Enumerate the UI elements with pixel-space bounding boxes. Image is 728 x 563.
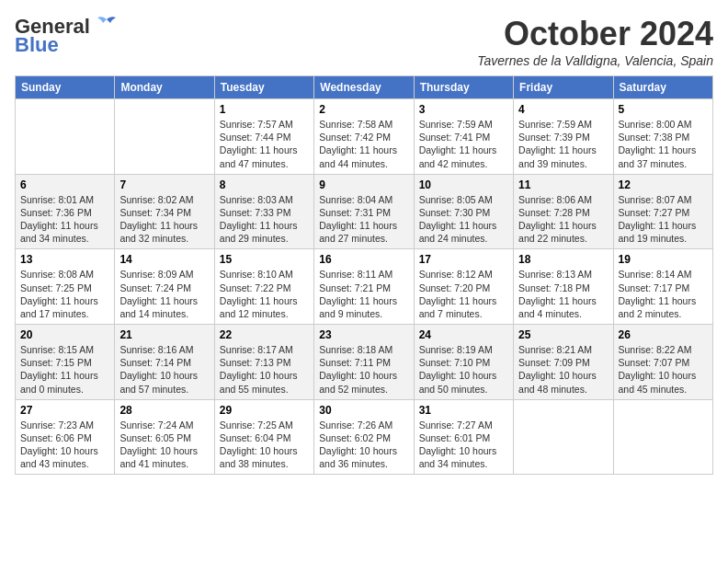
calendar-cell: 1Sunrise: 7:57 AMSunset: 7:44 PMDaylight…: [214, 99, 313, 175]
calendar-cell: 8Sunrise: 8:03 AMSunset: 7:33 PMDaylight…: [214, 174, 313, 249]
day-info: Sunrise: 7:24 AMSunset: 6:05 PMDaylight:…: [119, 419, 209, 471]
calendar-cell: 7Sunrise: 8:02 AMSunset: 7:34 PMDaylight…: [115, 174, 214, 249]
calendar-cell: 23Sunrise: 8:18 AMSunset: 7:11 PMDayligh…: [314, 325, 414, 400]
calendar-cell: 26Sunrise: 8:22 AMSunset: 7:07 PMDayligh…: [613, 325, 712, 400]
day-number: 13: [20, 253, 109, 266]
day-number: 18: [518, 253, 608, 266]
calendar-cell: 20Sunrise: 8:15 AMSunset: 7:15 PMDayligh…: [16, 325, 115, 400]
calendar-cell: 29Sunrise: 7:25 AMSunset: 6:04 PMDayligh…: [214, 399, 313, 475]
day-info: Sunrise: 8:01 AMSunset: 7:36 PMDaylight:…: [20, 193, 109, 246]
day-number: 26: [619, 328, 708, 341]
calendar-day-header: Thursday: [414, 76, 513, 99]
day-number: 2: [319, 103, 408, 116]
calendar-cell: 25Sunrise: 8:21 AMSunset: 7:09 PMDayligh…: [514, 325, 613, 400]
day-number: 1: [220, 103, 309, 116]
day-info: Sunrise: 8:09 AMSunset: 7:24 PMDaylight:…: [119, 268, 209, 320]
calendar-cell: [613, 399, 712, 475]
day-info: Sunrise: 8:12 AMSunset: 7:20 PMDaylight:…: [419, 268, 508, 320]
calendar-day-header: Wednesday: [314, 76, 414, 99]
logo-blue-text: Blue: [15, 33, 59, 57]
day-number: 15: [220, 253, 309, 266]
day-info: Sunrise: 8:07 AMSunset: 7:27 PMDaylight:…: [619, 193, 708, 246]
day-info: Sunrise: 8:15 AMSunset: 7:15 PMDaylight:…: [20, 343, 109, 396]
day-number: 3: [419, 103, 508, 116]
day-number: 14: [119, 253, 209, 266]
month-title: October 2024: [477, 15, 713, 53]
logo-bird-icon: [94, 16, 119, 34]
day-number: 16: [319, 253, 408, 266]
day-number: 29: [220, 404, 309, 417]
calendar-cell: 9Sunrise: 8:04 AMSunset: 7:31 PMDaylight…: [314, 174, 414, 249]
day-info: Sunrise: 8:06 AMSunset: 7:28 PMDaylight:…: [518, 193, 608, 246]
day-number: 21: [119, 328, 209, 341]
calendar-day-header: Sunday: [16, 76, 115, 99]
day-info: Sunrise: 8:02 AMSunset: 7:34 PMDaylight:…: [119, 193, 209, 246]
day-number: 22: [220, 328, 309, 341]
location-subtitle: Tavernes de la Valldigna, Valencia, Spai…: [477, 53, 713, 68]
day-number: 5: [619, 103, 708, 116]
calendar-cell: 13Sunrise: 8:08 AMSunset: 7:25 PMDayligh…: [16, 249, 115, 325]
calendar-week-row: 1Sunrise: 7:57 AMSunset: 7:44 PMDaylight…: [16, 99, 713, 175]
day-info: Sunrise: 7:57 AMSunset: 7:44 PMDaylight:…: [220, 118, 309, 170]
calendar-cell: 22Sunrise: 8:17 AMSunset: 7:13 PMDayligh…: [214, 325, 313, 400]
day-number: 4: [518, 103, 608, 116]
day-number: 7: [119, 178, 209, 191]
calendar-cell: 4Sunrise: 7:59 AMSunset: 7:39 PMDaylight…: [514, 99, 613, 175]
calendar-cell: 6Sunrise: 8:01 AMSunset: 7:36 PMDaylight…: [16, 174, 115, 249]
calendar-cell: 15Sunrise: 8:10 AMSunset: 7:22 PMDayligh…: [214, 249, 313, 325]
day-info: Sunrise: 7:59 AMSunset: 7:39 PMDaylight:…: [518, 118, 608, 170]
day-number: 25: [518, 328, 608, 341]
day-number: 9: [319, 178, 408, 191]
day-info: Sunrise: 8:16 AMSunset: 7:14 PMDaylight:…: [119, 343, 209, 396]
day-number: 10: [419, 178, 508, 191]
day-number: 28: [119, 404, 209, 417]
calendar-cell: 10Sunrise: 8:05 AMSunset: 7:30 PMDayligh…: [414, 174, 513, 249]
calendar-table: SundayMondayTuesdayWednesdayThursdayFrid…: [15, 75, 713, 475]
day-info: Sunrise: 8:14 AMSunset: 7:17 PMDaylight:…: [619, 268, 708, 320]
day-info: Sunrise: 8:10 AMSunset: 7:22 PMDaylight:…: [220, 268, 309, 320]
calendar-cell: 2Sunrise: 7:58 AMSunset: 7:42 PMDaylight…: [314, 99, 414, 175]
calendar-cell: 17Sunrise: 8:12 AMSunset: 7:20 PMDayligh…: [414, 249, 513, 325]
day-info: Sunrise: 8:21 AMSunset: 7:09 PMDaylight:…: [518, 343, 608, 396]
day-info: Sunrise: 7:25 AMSunset: 6:04 PMDaylight:…: [220, 419, 309, 471]
day-number: 11: [518, 178, 608, 191]
day-number: 12: [619, 178, 708, 191]
day-info: Sunrise: 8:04 AMSunset: 7:31 PMDaylight:…: [319, 193, 408, 246]
page-header: General Blue October 2024 Tavernes de la…: [15, 15, 713, 68]
day-info: Sunrise: 7:58 AMSunset: 7:42 PMDaylight:…: [319, 118, 408, 170]
day-info: Sunrise: 8:18 AMSunset: 7:11 PMDaylight:…: [319, 343, 408, 396]
calendar-cell: 24Sunrise: 8:19 AMSunset: 7:10 PMDayligh…: [414, 325, 513, 400]
day-number: 23: [319, 328, 408, 341]
calendar-cell: [514, 399, 613, 475]
day-number: 6: [20, 178, 109, 191]
day-info: Sunrise: 8:03 AMSunset: 7:33 PMDaylight:…: [220, 193, 309, 246]
calendar-cell: 14Sunrise: 8:09 AMSunset: 7:24 PMDayligh…: [115, 249, 214, 325]
day-info: Sunrise: 7:27 AMSunset: 6:01 PMDaylight:…: [419, 419, 508, 471]
calendar-cell: 30Sunrise: 7:26 AMSunset: 6:02 PMDayligh…: [314, 399, 414, 475]
day-number: 24: [419, 328, 508, 341]
day-number: 31: [419, 404, 508, 417]
day-info: Sunrise: 8:11 AMSunset: 7:21 PMDaylight:…: [319, 268, 408, 320]
logo: General Blue: [15, 15, 119, 57]
calendar-cell: 16Sunrise: 8:11 AMSunset: 7:21 PMDayligh…: [314, 249, 414, 325]
day-info: Sunrise: 8:05 AMSunset: 7:30 PMDaylight:…: [419, 193, 508, 246]
calendar-cell: [16, 99, 115, 175]
calendar-day-header: Monday: [115, 76, 214, 99]
calendar-cell: 11Sunrise: 8:06 AMSunset: 7:28 PMDayligh…: [514, 174, 613, 249]
day-info: Sunrise: 8:17 AMSunset: 7:13 PMDaylight:…: [220, 343, 309, 396]
calendar-cell: 31Sunrise: 7:27 AMSunset: 6:01 PMDayligh…: [414, 399, 513, 475]
day-number: 20: [20, 328, 109, 341]
day-info: Sunrise: 8:08 AMSunset: 7:25 PMDaylight:…: [20, 268, 109, 320]
calendar-cell: 12Sunrise: 8:07 AMSunset: 7:27 PMDayligh…: [613, 174, 712, 249]
calendar-week-row: 20Sunrise: 8:15 AMSunset: 7:15 PMDayligh…: [16, 325, 713, 400]
calendar-week-row: 27Sunrise: 7:23 AMSunset: 6:06 PMDayligh…: [16, 399, 713, 475]
calendar-cell: 19Sunrise: 8:14 AMSunset: 7:17 PMDayligh…: [613, 249, 712, 325]
calendar-cell: 21Sunrise: 8:16 AMSunset: 7:14 PMDayligh…: [115, 325, 214, 400]
calendar-cell: 27Sunrise: 7:23 AMSunset: 6:06 PMDayligh…: [16, 399, 115, 475]
calendar-week-row: 6Sunrise: 8:01 AMSunset: 7:36 PMDaylight…: [16, 174, 713, 249]
day-number: 17: [419, 253, 508, 266]
calendar-day-header: Saturday: [613, 76, 712, 99]
day-number: 8: [220, 178, 309, 191]
calendar-cell: 28Sunrise: 7:24 AMSunset: 6:05 PMDayligh…: [115, 399, 214, 475]
calendar-cell: 5Sunrise: 8:00 AMSunset: 7:38 PMDaylight…: [613, 99, 712, 175]
